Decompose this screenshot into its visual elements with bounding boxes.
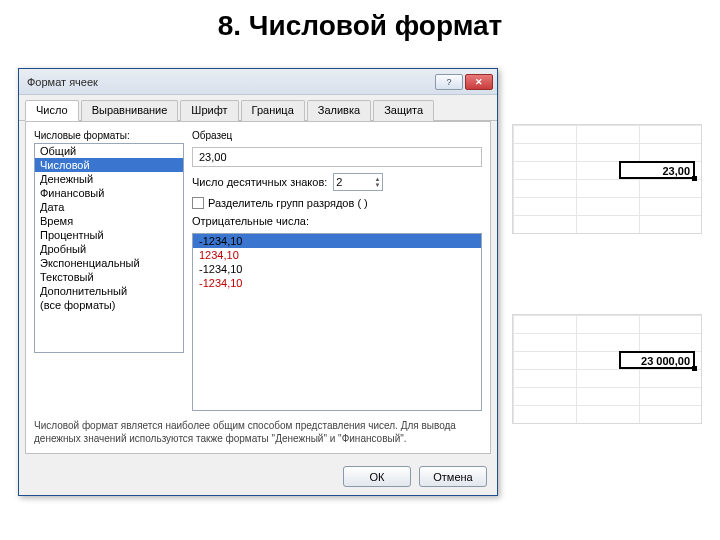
checkbox-box-icon — [192, 197, 204, 209]
category-item[interactable]: Дробный — [35, 242, 183, 256]
category-item[interactable]: Экспоненциальный — [35, 256, 183, 270]
format-cells-dialog: Формат ячеек ? ✕ Число Выравнивание Шриф… — [18, 68, 498, 496]
negative-item[interactable]: -1234,10 — [193, 262, 481, 276]
category-item[interactable]: Текстовый — [35, 270, 183, 284]
cell-bottom: 23 000,00 — [619, 351, 695, 369]
grid: 23,00 — [513, 125, 701, 233]
options-col: Образец 23,00 Число десятичных знаков: ▲… — [192, 130, 482, 411]
excel-preview-bottom: 23 000,00 — [512, 314, 702, 424]
negative-item[interactable]: 1234,10 — [193, 248, 481, 262]
sample-box: 23,00 — [192, 147, 482, 167]
sample-label: Образец — [192, 130, 482, 141]
slide-title: 8. Числовой формат — [0, 0, 720, 58]
cell-top: 23,00 — [619, 161, 695, 179]
cell-top-value: 23,00 — [662, 165, 690, 177]
fill-handle-icon — [692, 176, 697, 181]
neg-label: Отрицательные числа: — [192, 215, 482, 227]
tab-font[interactable]: Шрифт — [180, 100, 238, 121]
dialog-body: Числовые форматы: ОбщийЧисловойДенежныйФ… — [25, 121, 491, 454]
chevron-down-icon[interactable]: ▼ — [374, 182, 380, 188]
category-item[interactable]: Общий — [35, 144, 183, 158]
category-item[interactable]: Числовой — [35, 158, 183, 172]
tab-border[interactable]: Граница — [241, 100, 305, 121]
negative-listbox[interactable]: -1234,101234,10-1234,10-1234,10 — [192, 233, 482, 411]
format-description: Числовой формат является наиболее общим … — [34, 419, 482, 445]
category-item[interactable]: Дополнительный — [35, 284, 183, 298]
category-item[interactable]: Дата — [35, 200, 183, 214]
decimals-spinner[interactable]: ▲ ▼ — [333, 173, 383, 191]
category-item[interactable]: (все форматы) — [35, 298, 183, 312]
thousands-label: Разделитель групп разрядов ( ) — [208, 197, 368, 209]
category-item[interactable]: Финансовый — [35, 186, 183, 200]
ok-button[interactable]: ОК — [343, 466, 411, 487]
negative-item[interactable]: -1234,10 — [193, 276, 481, 290]
canvas: 23,00 23 000,00 Формат ячеек ? ✕ Число В… — [0, 58, 720, 528]
negative-item[interactable]: -1234,10 — [193, 234, 481, 248]
tab-bar: Число Выравнивание Шрифт Граница Заливка… — [19, 95, 497, 121]
fill-handle-icon — [692, 366, 697, 371]
cell-bottom-value: 23 000,00 — [641, 355, 690, 367]
excel-preview-top: 23,00 — [512, 124, 702, 234]
category-item[interactable]: Процентный — [35, 228, 183, 242]
close-button[interactable]: ✕ — [465, 74, 493, 90]
category-item[interactable]: Денежный — [35, 172, 183, 186]
tab-number[interactable]: Число — [25, 100, 79, 121]
tab-fill[interactable]: Заливка — [307, 100, 371, 121]
dialog-title: Формат ячеек — [27, 76, 98, 88]
category-listbox[interactable]: ОбщийЧисловойДенежныйФинансовыйДатаВремя… — [34, 143, 184, 353]
cancel-button[interactable]: Отмена — [419, 466, 487, 487]
category-label: Числовые форматы: — [34, 130, 184, 141]
decimals-label: Число десятичных знаков: — [192, 176, 327, 188]
thousands-checkbox[interactable]: Разделитель групп разрядов ( ) — [192, 197, 482, 209]
help-button[interactable]: ? — [435, 74, 463, 90]
grid: 23 000,00 — [513, 315, 701, 423]
tab-alignment[interactable]: Выравнивание — [81, 100, 179, 121]
decimals-input[interactable] — [336, 176, 366, 188]
button-row: ОК Отмена — [19, 460, 497, 495]
tab-protection[interactable]: Защита — [373, 100, 434, 121]
category-item[interactable]: Время — [35, 214, 183, 228]
titlebar[interactable]: Формат ячеек ? ✕ — [19, 69, 497, 95]
category-col: Числовые форматы: ОбщийЧисловойДенежныйФ… — [34, 130, 184, 411]
